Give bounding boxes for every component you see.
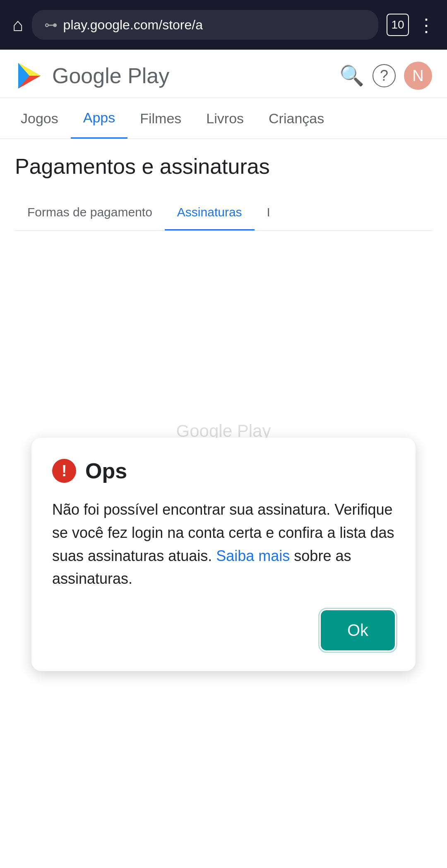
dialog-body: Não foi possível encontrar sua assinatur… xyxy=(52,498,395,590)
sub-tabs: Formas de pagamento Assinaturas I xyxy=(15,195,432,231)
menu-icon[interactable]: ⋮ xyxy=(417,14,435,36)
home-icon[interactable]: ⌂ xyxy=(12,14,24,35)
tab-assinaturas[interactable]: Assinaturas xyxy=(165,195,255,230)
main-area: ! Ops Não foi possível encontrar sua ass… xyxy=(15,405,432,777)
nav-criancas[interactable]: Crianças xyxy=(256,99,336,138)
nav-livros[interactable]: Livros xyxy=(194,99,256,138)
gplay-nav: Jogos Apps Filmes Livros Crianças xyxy=(0,98,447,139)
nav-jogos[interactable]: Jogos xyxy=(8,99,71,138)
tab-other[interactable]: I xyxy=(255,195,283,230)
dialog-learn-more-link[interactable]: Saiba mais xyxy=(216,547,290,564)
url-text: play.google.com/store/a xyxy=(63,17,366,33)
dialog-actions: Ok xyxy=(52,610,395,650)
avatar[interactable]: N xyxy=(404,62,432,90)
browser-bar: ⌂ ⊶ play.google.com/store/a 10 ⋮ xyxy=(0,0,447,50)
tab-count[interactable]: 10 xyxy=(387,14,409,36)
ok-button[interactable]: Ok xyxy=(321,610,395,650)
gplay-title: Google Play xyxy=(52,63,331,88)
tab-formas-pagamento[interactable]: Formas de pagamento xyxy=(15,195,165,230)
dialog-title: Ops xyxy=(85,458,127,483)
gplay-logo-icon xyxy=(15,61,44,90)
error-icon: ! xyxy=(52,459,76,483)
help-icon[interactable]: ? xyxy=(372,64,396,87)
nav-filmes[interactable]: Filmes xyxy=(127,99,194,138)
gplay-header: Google Play 🔍 ? N xyxy=(0,50,447,98)
search-icon[interactable]: 🔍 xyxy=(339,64,364,87)
page-content: Pagamentos e assinaturas Formas de pagam… xyxy=(0,139,447,777)
page-title: Pagamentos e assinaturas xyxy=(15,154,432,179)
url-bar[interactable]: ⊶ play.google.com/store/a xyxy=(32,10,378,40)
tune-icon: ⊶ xyxy=(44,17,58,33)
nav-apps[interactable]: Apps xyxy=(71,98,128,139)
error-dialog: ! Ops Não foi possível encontrar sua ass… xyxy=(31,438,416,671)
dialog-title-row: ! Ops xyxy=(52,458,395,483)
